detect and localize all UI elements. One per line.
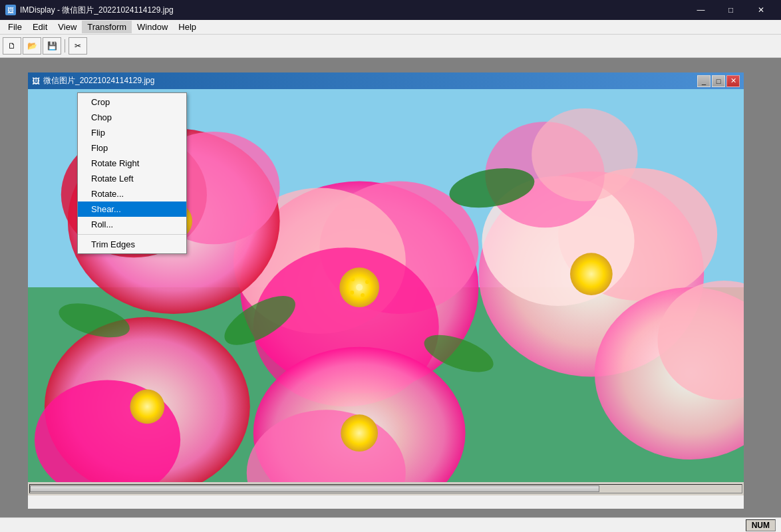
cut-button[interactable]: ✂ bbox=[69, 37, 87, 55]
menu-item-flop[interactable]: Flop bbox=[78, 140, 186, 156]
open-button[interactable]: 📂 bbox=[23, 37, 41, 55]
svg-point-22 bbox=[570, 253, 613, 295]
menu-item-flip[interactable]: Flip bbox=[78, 125, 186, 140]
scroll-track bbox=[29, 484, 742, 493]
menu-item-rotate-left[interactable]: Rotate Left bbox=[78, 171, 186, 186]
app-icon: 🖼 bbox=[5, 5, 16, 15]
window-controls: — □ ✕ bbox=[686, 0, 776, 20]
svg-point-13 bbox=[35, 380, 180, 495]
inner-title-text: 微信图片_20221024114129.jpg bbox=[43, 75, 154, 86]
svg-point-26 bbox=[420, 327, 498, 380]
title-bar: 🖼 IMDisplay - 微信图片_20221024114129.jpg — … bbox=[0, 0, 781, 20]
svg-point-9 bbox=[478, 172, 704, 377]
inner-maximize-button[interactable]: □ bbox=[712, 75, 725, 87]
svg-point-27 bbox=[446, 162, 538, 213]
toolbar-separator bbox=[65, 39, 65, 53]
svg-point-3 bbox=[319, 182, 478, 314]
svg-point-17 bbox=[657, 281, 744, 400]
menu-bar: File Edit View Transform Window Help bbox=[0, 20, 781, 35]
menu-item-roll[interactable]: Roll... bbox=[78, 217, 186, 232]
svg-point-11 bbox=[482, 176, 634, 306]
num-indicator: NUM bbox=[746, 519, 776, 531]
menu-edit[interactable]: Edit bbox=[27, 21, 53, 33]
svg-point-2 bbox=[240, 182, 479, 394]
menu-item-shear[interactable]: Shear... bbox=[78, 201, 186, 217]
svg-point-18 bbox=[485, 122, 604, 227]
inner-close-button[interactable]: ✕ bbox=[726, 75, 740, 87]
menu-window[interactable]: Window bbox=[132, 21, 173, 33]
svg-point-20 bbox=[339, 267, 379, 307]
title-bar-left: 🖼 IMDisplay - 微信图片_20221024114129.jpg bbox=[5, 5, 174, 16]
inner-app-icon: 🖼 bbox=[32, 76, 40, 86]
menu-file[interactable]: File bbox=[3, 21, 27, 33]
svg-point-33 bbox=[350, 291, 354, 295]
svg-rect-1 bbox=[28, 287, 744, 495]
scroll-thumb[interactable] bbox=[30, 485, 599, 492]
title-text: IMDisplay - 微信图片_20221024114129.jpg bbox=[20, 5, 174, 16]
svg-point-30 bbox=[351, 277, 355, 281]
svg-point-4 bbox=[234, 188, 406, 334]
svg-point-16 bbox=[595, 287, 744, 460]
menu-item-rotate[interactable]: Rotate... bbox=[78, 186, 186, 201]
svg-point-19 bbox=[532, 108, 637, 201]
minimize-button[interactable]: — bbox=[686, 0, 716, 20]
svg-point-5 bbox=[253, 247, 439, 406]
maximize-button[interactable]: □ bbox=[716, 0, 746, 20]
svg-point-31 bbox=[365, 280, 369, 284]
menu-transform[interactable]: Transform bbox=[82, 21, 132, 33]
svg-point-29 bbox=[356, 284, 363, 291]
toolbar: 🗋 📂 💾 ✂ bbox=[0, 35, 781, 58]
menu-item-crop[interactable]: Crop bbox=[78, 94, 186, 110]
horizontal-scrollbar[interactable] bbox=[28, 482, 744, 495]
menu-view[interactable]: View bbox=[53, 21, 82, 33]
menu-separator bbox=[78, 234, 186, 235]
inner-title-left: 🖼 微信图片_20221024114129.jpg bbox=[32, 75, 154, 86]
svg-point-12 bbox=[45, 317, 250, 495]
menu-item-rotate-right[interactable]: Rotate Right bbox=[78, 156, 186, 171]
svg-point-32 bbox=[361, 293, 365, 297]
svg-point-25 bbox=[217, 286, 302, 354]
save-button[interactable]: 💾 bbox=[43, 37, 61, 55]
menu-item-trim-edges[interactable]: Trim Edges bbox=[78, 237, 186, 252]
close-button[interactable]: ✕ bbox=[746, 0, 776, 20]
inner-minimize-button[interactable]: _ bbox=[697, 75, 710, 87]
svg-point-14 bbox=[253, 347, 466, 495]
new-button[interactable]: 🗋 bbox=[3, 37, 21, 55]
svg-point-23 bbox=[341, 414, 378, 452]
main-area: 🖼 微信图片_20221024114129.jpg _ □ ✕ bbox=[0, 58, 781, 517]
status-bar: NUM bbox=[0, 517, 781, 532]
transform-dropdown-menu: Crop Chop Flip Flop Rotate Right Rotate … bbox=[77, 92, 187, 254]
menu-item-chop[interactable]: Chop bbox=[78, 110, 186, 125]
svg-point-10 bbox=[558, 168, 717, 301]
svg-point-24 bbox=[130, 389, 164, 424]
inner-win-controls: _ □ ✕ bbox=[697, 75, 740, 87]
menu-help[interactable]: Help bbox=[173, 21, 202, 33]
svg-point-28 bbox=[55, 297, 133, 344]
inner-title-bar: 🖼 微信图片_20221024114129.jpg _ □ ✕ bbox=[28, 72, 744, 89]
